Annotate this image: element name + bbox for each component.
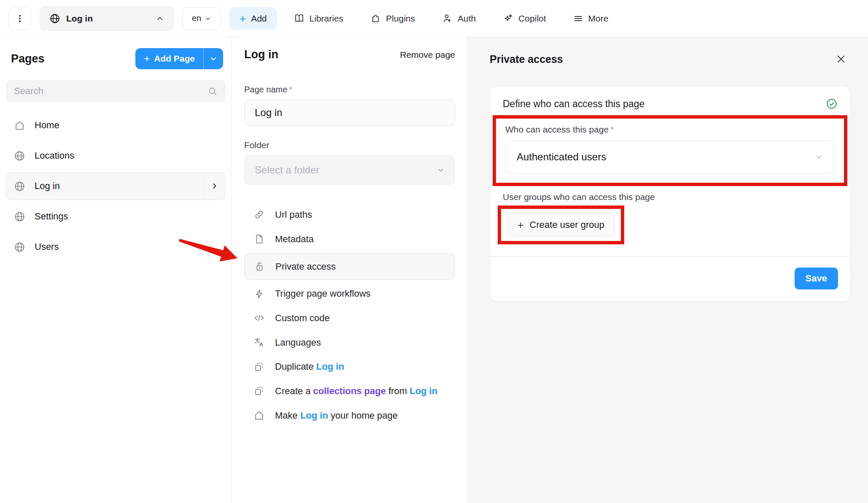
sparkles-icon [503,13,513,24]
globe-icon [14,150,25,162]
language-dropdown[interactable]: en [182,7,221,30]
private-access-panel: Private access Define who can access thi… [468,37,868,503]
access-label: Who can access this page* [505,124,835,135]
page-name-input[interactable] [244,100,455,126]
sidebar-item-users[interactable]: Users [6,233,226,261]
chevron-down-icon [815,153,823,161]
access-select-value: Authenticated users [517,151,815,163]
page-title: Log in [244,48,278,61]
globe-icon [14,241,25,253]
search-icon [208,86,218,96]
check-circle-icon [825,97,838,110]
option-url-paths[interactable]: Url paths [244,203,455,227]
option-trigger-page-workflows[interactable]: Trigger page workflows [244,281,455,306]
option-duplicate-page[interactable]: Duplicate Log in [244,354,455,379]
duplicate-icon [253,385,265,397]
language-label: en [192,14,201,23]
page-name-label: Page name* [244,85,455,95]
app-window: Log in en + Add Libraries [0,0,868,503]
nav-item-plugins[interactable]: Plugins [370,13,415,24]
nav-item-libraries[interactable]: Libraries [294,13,344,24]
chevron-down-icon [205,15,211,22]
home-icon [14,120,25,131]
globe-icon [14,211,25,222]
pages-sidebar: Pages + Add Page [0,37,232,503]
option-custom-code[interactable]: Custom code [244,306,455,330]
translate-icon [253,337,265,348]
page-settings-panel: Log in Remove page Page name* Folder Sel… [232,37,467,503]
code-icon [253,312,265,324]
duplicate-icon [253,361,265,373]
home-icon [253,410,265,421]
page-details-chevron-button[interactable] [203,173,225,200]
option-languages[interactable]: Languages [244,330,455,355]
sidebar-item-log-in[interactable]: Log in [6,172,226,200]
option-make-home-page[interactable]: Make Log in your home page [244,403,455,428]
user-groups-label: User groups who can access this page [503,192,850,202]
globe-icon [14,181,25,192]
link-icon [253,209,265,220]
access-select[interactable]: Authenticated users [505,141,835,173]
save-button[interactable]: Save [795,268,838,289]
panel-title: Private access [490,53,563,65]
top-bar: Log in en + Add Libraries [0,0,868,37]
plus-icon: + [240,13,246,24]
book-icon [294,13,305,24]
nav-item-copilot[interactable]: Copilot [503,13,546,24]
create-user-group-button[interactable]: + Create user group [507,213,615,237]
nav-item-auth[interactable]: Auth [442,13,476,24]
file-icon [253,233,265,245]
sidebar-item-locations[interactable]: Locations [6,142,226,170]
search-input[interactable] [14,86,208,97]
lock-open-icon [254,261,265,272]
private-access-card: Define who can access this page Who can … [490,86,850,302]
sidebar-title: Pages [11,52,45,65]
kebab-menu-button[interactable] [8,7,31,30]
plus-icon: + [518,220,524,230]
close-icon [836,54,846,65]
folder-placeholder: Select a folder [255,164,437,176]
chevron-down-icon [209,54,218,63]
folder-label: Folder [244,140,455,150]
annotation-rectangle-create-group: + Create user group [498,206,624,244]
menu-icon [573,14,583,24]
puzzle-icon [370,13,381,24]
plus-icon: + [144,54,150,64]
add-button[interactable]: + Add [229,7,277,30]
pages-search [6,80,226,102]
section-heading: Define who can access this page [503,98,644,110]
pages-list: Home Locations Log in [6,111,226,261]
annotation-rectangle-access: Who can access this page* Authenticated … [493,115,847,186]
globe-icon [49,13,60,24]
remove-page-button[interactable]: Remove page [400,50,455,60]
top-navigation: Libraries Plugins Auth Copilot [294,13,609,24]
close-button[interactable] [832,50,850,68]
current-page-dropdown[interactable]: Log in [40,6,174,31]
add-page-split-button: + Add Page [135,48,223,69]
nav-item-more[interactable]: More [573,14,609,24]
chevron-down-icon [437,166,445,174]
add-page-caret-button[interactable] [204,48,223,69]
option-private-access[interactable]: Private access [244,253,455,280]
person-icon [442,13,453,24]
bolt-icon [253,288,265,300]
page-options-list: Url paths Metadata Private access Trigge… [244,203,455,428]
add-page-button[interactable]: + Add Page [135,48,204,69]
option-metadata[interactable]: Metadata [244,227,455,252]
chevron-right-icon [210,182,219,190]
sidebar-item-settings[interactable]: Settings [6,203,226,230]
sidebar-item-home[interactable]: Home [6,111,226,139]
kebab-icon [15,14,25,24]
option-create-collections-page[interactable]: Create a collections page from Log in [244,379,455,403]
folder-select[interactable]: Select a folder [244,155,455,185]
current-page-label: Log in [66,14,93,24]
chevron-up-icon [156,14,164,23]
